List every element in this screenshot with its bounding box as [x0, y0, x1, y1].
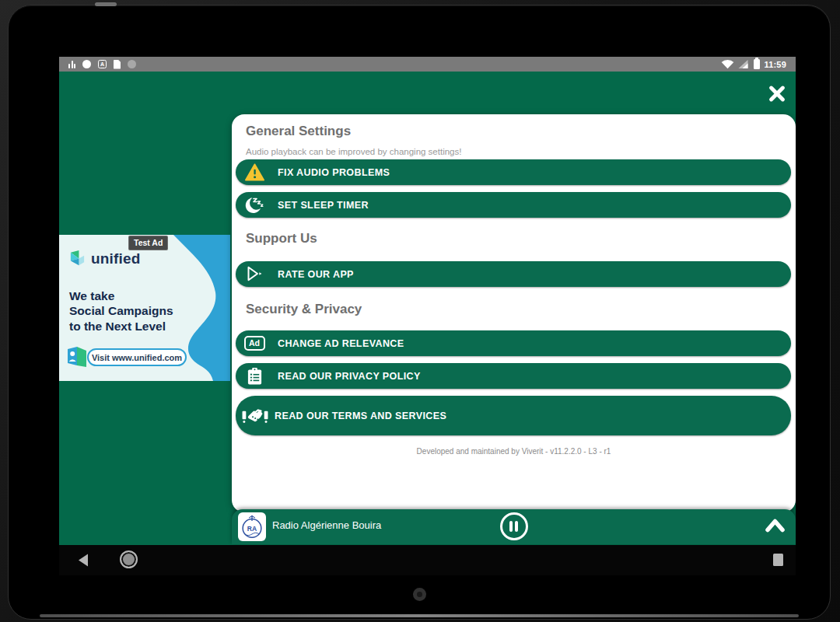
fix-audio-problems-button[interactable]: FIX AUDIO PROBLEMS	[236, 159, 791, 185]
station-title: Radio Algérienne Bouira	[272, 509, 381, 540]
station-logo-monogram: RA	[247, 525, 257, 533]
home-icon[interactable]	[120, 550, 138, 568]
ad-badge-text: Ad	[244, 336, 265, 351]
power-button	[95, 2, 117, 6]
status-bar: A 11:59	[59, 57, 796, 72]
sim-card-icon	[114, 60, 121, 69]
read-privacy-policy-button[interactable]: READ OUR PRIVACY POLICY	[236, 363, 791, 389]
ad-person-icon	[66, 344, 88, 368]
status-bar-clock: 11:59	[764, 60, 786, 69]
audio-hint-text: Audio playback can be improved by changi…	[246, 147, 461, 156]
back-icon[interactable]	[78, 554, 89, 567]
wifi-icon	[721, 59, 734, 69]
ad-brand-name: unified	[91, 250, 141, 267]
bezel-edge-highlight	[40, 614, 799, 617]
status-bar-right-icons: 11:59	[721, 57, 786, 72]
play-store-icon	[243, 265, 265, 284]
button-label: FIX AUDIO PROBLEMS	[278, 167, 390, 178]
signal-eq-icon	[68, 60, 75, 68]
button-label: RATE OUR APP	[278, 269, 354, 280]
section-title-security-privacy: Security & Privacy	[246, 302, 362, 317]
ad-headline-line: Social Campaigns	[69, 303, 173, 318]
ad-headline: We take Social Campaigns to the Next Lev…	[69, 288, 173, 334]
ad-visit-link[interactable]: Visit www.unified.com	[87, 348, 187, 366]
front-camera	[413, 588, 426, 601]
ad-badge-icon: Ad	[243, 336, 265, 351]
media-circle-icon	[82, 60, 91, 68]
recents-icon[interactable]	[773, 554, 783, 566]
battery-icon	[754, 59, 760, 69]
section-title-general-settings: General Settings	[246, 124, 351, 139]
settings-panel: General Settings Audio playback can be i…	[232, 114, 796, 512]
section-title-support-us: Support Us	[246, 231, 317, 246]
ad-brand-logo: unified	[68, 250, 141, 267]
change-ad-relevance-button[interactable]: Ad CHANGE AD RELEVANCE	[236, 330, 791, 356]
test-ad-badge: Test Ad	[128, 236, 168, 250]
ad-headline-line: to the Next Level	[69, 319, 173, 334]
ad-cta-row: Visit www.unified.com	[66, 344, 226, 371]
button-label: SET SLEEP TIMER	[278, 200, 369, 211]
dim-notification-icon	[128, 60, 136, 68]
button-label: CHANGE AD RELEVANCE	[278, 338, 404, 349]
handshake-icon	[242, 407, 268, 425]
android-nav-bar	[59, 545, 796, 575]
pause-icon[interactable]	[500, 512, 528, 540]
set-sleep-timer-button[interactable]: SET SLEEP TIMER	[236, 192, 791, 218]
button-label: READ OUR PRIVACY POLICY	[278, 371, 421, 382]
read-terms-services-button[interactable]: READ OUR TERMS AND SERVICES	[236, 396, 791, 435]
status-bar-left-icons: A	[68, 57, 136, 72]
warning-icon	[243, 163, 265, 181]
chevron-up-icon[interactable]	[765, 517, 786, 535]
tablet-photo: A 11:59	[0, 0, 840, 622]
mini-player-bar[interactable]: RA Radio Algérienne Bouira	[232, 509, 796, 544]
station-logo: RA	[238, 512, 266, 541]
app-version-footer: Developed and maintained by Viverit - v1…	[232, 447, 796, 456]
rate-our-app-button[interactable]: RATE OUR APP	[236, 261, 791, 287]
ad-headline-line: We take	[69, 288, 173, 303]
ad-banner[interactable]: Test Ad unified We take Social Campaigns…	[59, 235, 230, 381]
button-label: READ OUR TERMS AND SERVICES	[275, 411, 446, 421]
close-icon[interactable]	[765, 82, 789, 105]
unified-logo-icon	[68, 250, 86, 267]
letter-a-badge-icon: A	[98, 60, 107, 68]
screen: A 11:59	[59, 57, 796, 575]
privacy-clipboard-icon	[243, 367, 265, 386]
tablet-frame: A 11:59	[8, 5, 831, 620]
sleep-timer-moon-icon	[243, 195, 265, 215]
cellular-icon	[738, 59, 748, 69]
